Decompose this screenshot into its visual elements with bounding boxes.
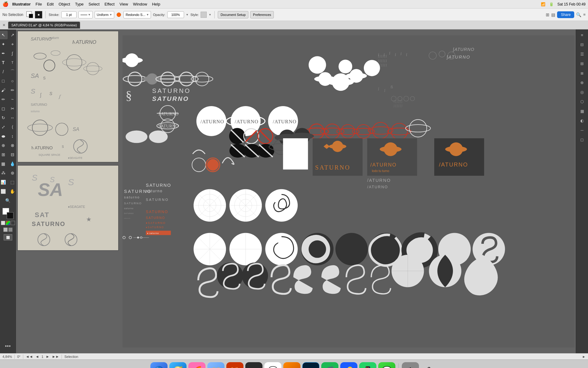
dock-messages[interactable]: 💬 [378,362,395,368]
curvature-tool[interactable]: ∫ [8,49,16,58]
magic-wand-tool[interactable]: ✦ [0,40,8,48]
transparency-btn[interactable]: ◻ [578,135,586,144]
opacity-chevron[interactable]: ▼ [186,13,189,16]
dock-arc[interactable]: 🌈 [188,362,205,368]
shear-tool[interactable]: ⟨ [8,123,16,131]
dock-spotify[interactable]: 🎵 [321,362,338,368]
app-name[interactable]: Illustrator [12,2,31,6]
dock-folder[interactable]: 📁 [207,362,224,368]
layers-btn[interactable]: ⊟ [578,40,586,49]
properties-toggle[interactable]: ≡ [583,12,586,17]
prev-btn[interactable]: ◄ [36,355,39,359]
dock-dashlane[interactable]: 🔑 [340,362,357,368]
scale-tool[interactable]: ⤢ [0,123,8,131]
stroke-weight-input[interactable] [61,11,77,18]
warp-tool[interactable]: ⬬ [0,132,8,140]
scissors-tool[interactable]: ✂ [8,104,16,113]
zoom-tool[interactable]: 🔍 [4,196,12,205]
gradient-panel-btn[interactable]: ◐ [578,116,586,125]
width-tool[interactable]: ↕ [8,132,16,140]
gradient-tool[interactable]: ▦ [0,159,8,168]
artboard-tool[interactable]: ⬚ [8,178,16,186]
libraries-btn[interactable]: ☰ [578,50,586,58]
panel-icon[interactable]: ▤ [551,12,555,17]
properties-btn[interactable]: ≡ [578,31,586,39]
blend-tool[interactable]: ⁂ [0,169,8,177]
mesh-tool[interactable]: ⊟ [8,150,16,159]
eyedropper-tool[interactable]: 💧 [8,159,16,168]
smooth-tool[interactable]: ~ [8,95,16,104]
dock-finder[interactable]: 🔵 [150,362,168,368]
menu-view[interactable]: View [119,2,128,6]
pathfinder-btn[interactable]: ⊕ [578,78,586,87]
swatches-btn[interactable]: ▦ [578,107,586,115]
stroke-panel-btn[interactable]: ─ [578,126,586,134]
appearance-btn[interactable]: ◎ [578,88,586,96]
apple-menu[interactable]: 🍎 [2,1,9,7]
eraser-tool[interactable]: ◻ [0,104,8,113]
share-button[interactable]: Share [557,11,574,18]
change-screen-mode[interactable]: ⬜ [4,234,12,240]
color-btn[interactable]: ⬡ [578,97,586,106]
menu-help[interactable]: Help [152,2,160,6]
ellipse-tool[interactable]: ○ [8,77,16,85]
stroke-color-box[interactable] [7,212,13,219]
dock-illustrator[interactable]: Ai [283,362,300,368]
close-tab-btn[interactable]: ✕ [2,23,6,27]
style-chevron[interactable]: ▼ [209,13,211,16]
stroke-profile-selector[interactable]: —— ▼ [78,11,93,18]
menu-select[interactable]: Select [89,2,100,6]
next-btn[interactable]: ► [46,355,50,359]
dock-filezilla[interactable]: 📂 [226,362,243,368]
perspective-grid-tool[interactable]: ⊞ [0,150,8,159]
doc-setup-button[interactable]: Document Setup [218,11,248,18]
artboard-scroll-right[interactable]: ► [582,355,586,358]
none-btn[interactable] [11,221,15,225]
search-button[interactable]: 🔍 [576,12,581,17]
menu-edit[interactable]: Edit [47,2,54,6]
transform-btn[interactable]: ⊞ [578,59,586,68]
shape-builder-tool[interactable]: ⊕ [0,141,8,150]
paintbrush-tool[interactable]: 🖌 [0,86,8,94]
dock-settings[interactable]: ⚙ [402,362,419,368]
menu-file[interactable]: File [36,2,42,6]
direct-selection-tool[interactable]: ↗ [8,31,16,39]
rotate-tool[interactable]: ↻ [0,113,8,122]
hand-tool[interactable]: ✋ [8,187,16,196]
preferences-button[interactable]: Preferences [250,11,274,18]
canvas-area[interactable]: SATURNO saturn ♄ATURNO SA S [16,29,588,353]
slice-tool[interactable]: ⬜ [0,187,8,196]
prev-artboard-btn[interactable]: ◄◄ [26,355,33,359]
dock-slack[interactable]: 💬 [264,362,281,368]
live-paint-tool[interactable]: ⊗ [8,141,16,150]
next-artboard-btn[interactable]: ►► [52,355,59,359]
fill-stroke-toggle[interactable]: ■ [35,11,42,18]
menu-window[interactable]: Window [133,2,147,6]
document-tab[interactable]: SATURNO 01.ai* @ 4,84 % (RGB/Preview) [8,21,80,29]
brush-profile-dropdown[interactable]: Redondo S... ▼ [123,11,151,18]
menu-object[interactable]: Object [58,2,70,6]
style-preview[interactable] [201,12,207,18]
blob-brush-tool[interactable]: ✏ [8,86,16,94]
gradient-btn[interactable] [6,221,10,225]
dock-safari[interactable]: 🧭 [169,362,187,368]
reflect-tool[interactable]: ↔ [8,113,16,122]
menu-effect[interactable]: Effect [104,2,115,6]
rect-tool[interactable]: □ [0,77,8,85]
align-btn[interactable]: ≣ [578,69,586,77]
line-tool[interactable]: / [0,67,8,76]
pencil-tool[interactable]: ✏ [0,95,8,104]
dock-whatsapp[interactable]: 📱 [359,362,376,368]
symbol-sprayer-tool[interactable]: ⊛ [8,169,16,177]
normal-view-btn[interactable] [3,228,8,232]
menu-type[interactable]: Type [75,2,84,6]
stroke-type-dropdown[interactable]: Uniform ▼ [95,11,114,18]
opacity-input[interactable] [167,11,184,18]
color-mode-btn[interactable] [1,221,5,225]
dock-photoshop[interactable]: Ps [302,362,319,368]
arc-tool[interactable]: ⌒ [8,67,16,76]
text-tool[interactable]: T [0,58,8,67]
dock-trash[interactable]: 🗑 [421,362,438,368]
selection-tool[interactable]: ↖ [0,31,8,39]
dock-terminal[interactable]: $_ [245,362,262,368]
